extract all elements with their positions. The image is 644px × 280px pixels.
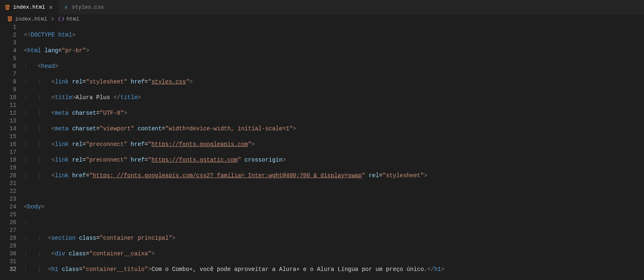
- tab-label: index.html: [13, 4, 45, 10]
- tab-index-html[interactable]: index.html: [0, 0, 59, 14]
- line-number: 3: [0, 39, 16, 47]
- tab-styles-css[interactable]: # styles.css: [59, 0, 108, 14]
- line-number: 14: [0, 125, 16, 133]
- editor[interactable]: 1 2 3 4 5 6 7 8 9 10 11 12 13 14 15 16 1…: [0, 23, 644, 280]
- breadcrumb-label: html: [66, 16, 79, 22]
- brackets-icon: [58, 16, 64, 22]
- line-number: 4: [0, 47, 16, 55]
- line-number: 23: [0, 195, 16, 203]
- svg-text:#: #: [65, 5, 67, 10]
- line-number: 2: [0, 31, 16, 39]
- line-number: 7: [0, 70, 16, 78]
- line-number: 21: [0, 180, 16, 187]
- line-number: 8: [0, 78, 16, 86]
- line-number: 22: [0, 187, 16, 195]
- line-number: 29: [0, 242, 16, 250]
- line-number: 12: [0, 109, 16, 117]
- line-number: 26: [0, 219, 16, 227]
- tabs-bar: index.html # styles.css: [0, 0, 644, 14]
- line-number: 5: [0, 55, 16, 62]
- css-icon: #: [63, 4, 69, 11]
- chevron-right-icon: [50, 16, 55, 22]
- line-number: 10: [0, 94, 16, 102]
- breadcrumb-label: index.html: [15, 16, 47, 22]
- line-number: 32: [0, 266, 16, 273]
- line-number: 1: [0, 23, 16, 31]
- close-icon[interactable]: [48, 4, 54, 11]
- tab-label: styles.css: [72, 4, 104, 10]
- breadcrumb-file[interactable]: index.html: [7, 16, 47, 22]
- line-number: 24: [0, 203, 16, 211]
- line-number: 31: [0, 258, 16, 266]
- line-number: 9: [0, 86, 16, 94]
- line-number: 20: [0, 172, 16, 180]
- code-content[interactable]: <!DOCTYPE html> <html lang="pr-br"> │ <h…: [24, 23, 644, 280]
- breadcrumbs: index.html html: [0, 14, 644, 23]
- html-icon: [4, 4, 11, 11]
- line-number: 11: [0, 102, 16, 109]
- line-number: 13: [0, 117, 16, 125]
- breadcrumb-symbol[interactable]: html: [58, 16, 79, 22]
- line-number: 17: [0, 148, 16, 156]
- line-number: 18: [0, 156, 16, 164]
- html-icon: [7, 16, 13, 22]
- line-number: 30: [0, 250, 16, 258]
- line-number: 25: [0, 211, 16, 219]
- line-number: 28: [0, 234, 16, 242]
- gutter: 1 2 3 4 5 6 7 8 9 10 11 12 13 14 15 16 1…: [0, 23, 24, 280]
- line-number: 16: [0, 141, 16, 148]
- line-number: 27: [0, 227, 16, 234]
- line-number: 6: [0, 62, 16, 70]
- line-number: 19: [0, 164, 16, 172]
- line-number: 15: [0, 133, 16, 141]
